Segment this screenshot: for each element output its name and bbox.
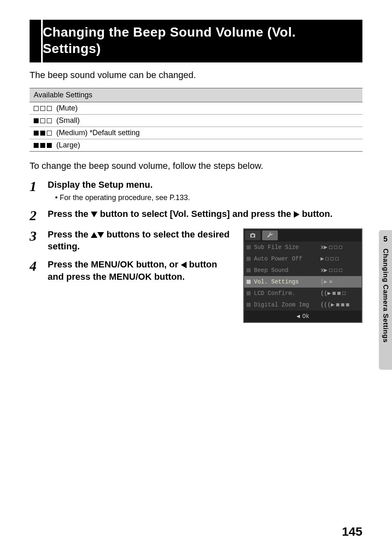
camera-tab-icon <box>245 230 261 240</box>
step-2-title: Press the button to select [Vol. Setting… <box>48 208 362 220</box>
menu-tab-bar <box>244 229 362 242</box>
speaker-icon: ◀ <box>321 255 324 262</box>
step-number: 3 <box>30 228 48 253</box>
step-3-title: Press the buttons to select the desired … <box>48 228 235 253</box>
settings-row-label: (Large) <box>54 141 80 149</box>
menu-item-value: ◀))) <box>321 301 362 308</box>
step-number: 2 <box>30 208 48 223</box>
menu-item-marker <box>247 280 251 284</box>
settings-row: (Large) <box>30 139 362 152</box>
menu-item: Vol. Settings◀) <box>244 276 362 288</box>
step-4-pre: Press the MENU/OK button, or <box>48 259 181 269</box>
menu-footer: ◀ Ok <box>244 311 362 322</box>
chapter-title: Changing Camera Settings <box>381 249 390 343</box>
menu-item-marker <box>247 257 251 261</box>
menu-item-marker <box>247 245 251 249</box>
menu-item: Sub File Size◀x <box>244 242 362 253</box>
settings-row-label: (Medium) *Default setting <box>54 129 140 137</box>
menu-item-label: Auto Power Off <box>253 256 321 262</box>
menu-item-label: Vol. Settings <box>253 279 321 285</box>
chapter-number: 5 <box>383 235 387 244</box>
menu-item-value: ◀) <box>321 278 362 285</box>
up-triangle-icon <box>91 232 97 238</box>
step-3: 3 Press the buttons to select the desire… <box>30 228 235 253</box>
steps-intro: To change the beep sound volume, follow … <box>30 161 362 171</box>
step-3-pre: Press the <box>48 229 91 240</box>
menu-item-value: ◀ <box>321 255 362 262</box>
right-triangle-icon <box>294 211 300 218</box>
settings-row: (Mute) <box>30 102 362 115</box>
speaker-icon: ◀) <box>321 278 327 285</box>
menu-item-marker <box>247 268 251 272</box>
step-1-title: Display the Setup menu. <box>48 179 362 191</box>
settings-row: (Small) <box>30 115 362 127</box>
step-1-sub: For the operating procedure, see P.133. <box>48 193 362 202</box>
menu-ok-label: Ok <box>302 313 309 320</box>
available-settings-table: Available Settings (Mute) (Small) (Mediu… <box>30 88 362 152</box>
intro-text: The beep sound volume can be changed. <box>30 70 362 81</box>
chapter-side-tab: 5 Changing Camera Settings <box>379 230 392 370</box>
menu-item: Auto Power Off◀ <box>244 253 362 265</box>
title-accent <box>30 20 41 62</box>
page-number: 145 <box>342 525 362 539</box>
step-2-mid: button to select [Vol. Settings] and pre… <box>100 209 293 219</box>
settings-row: (Medium) *Default setting <box>30 127 362 139</box>
speaker-icon: ◀x <box>321 267 327 274</box>
volume-level-icon <box>34 131 52 136</box>
step-4: 4 Press the MENU/OK button, or button an… <box>30 258 235 283</box>
wrench-tab-icon <box>262 230 278 240</box>
menu-item-marker <box>247 291 251 295</box>
menu-item: Digital Zoom Img◀))) <box>244 299 362 311</box>
menu-item-label: LCD Confirm. <box>253 290 321 297</box>
menu-item-label: Beep Sound <box>253 267 321 274</box>
down-triangle-icon <box>97 232 104 238</box>
settings-row-label: (Small) <box>54 116 80 124</box>
step-number: 1 <box>30 179 48 202</box>
step-number: 4 <box>30 258 48 283</box>
menu-item-value: ◀)) <box>321 290 362 297</box>
step-2-pre: Press the <box>48 209 91 219</box>
section-title-block: Changing the Beep Sound Volume (Vol. Set… <box>30 20 362 62</box>
left-triangle-icon <box>181 262 187 268</box>
menu-screenshot: Sub File Size◀xAuto Power Off◀Beep Sound… <box>243 228 362 323</box>
step-1: 1 Display the Setup menu. For the operat… <box>30 179 362 202</box>
section-title: Changing the Beep Sound Volume (Vol. Set… <box>43 20 362 62</box>
step-2-post: button. <box>302 209 333 219</box>
menu-item-value: ◀x <box>321 244 362 251</box>
volume-level-icon <box>34 106 52 111</box>
menu-item-label: Sub File Size <box>253 244 321 251</box>
menu-item-value: ◀x <box>321 267 362 274</box>
left-triangle-icon: ◀ <box>296 313 300 320</box>
speaker-icon: ◀)) <box>321 290 331 297</box>
settings-header: Available Settings <box>30 88 362 102</box>
menu-item: LCD Confirm.◀)) <box>244 288 362 299</box>
step-4-title: Press the MENU/OK button, or button and … <box>48 258 235 283</box>
settings-row-label: (Mute) <box>54 104 78 112</box>
step-2: 2 Press the button to select [Vol. Setti… <box>30 208 362 223</box>
speaker-icon: ◀x <box>321 244 327 251</box>
down-triangle-icon <box>91 212 97 217</box>
volume-level-icon <box>34 143 52 148</box>
speaker-icon: ◀))) <box>321 301 334 308</box>
menu-item-label: Digital Zoom Img <box>253 302 321 308</box>
menu-item-marker <box>247 303 251 307</box>
menu-item: Beep Sound◀x <box>244 265 362 276</box>
volume-level-icon <box>34 118 52 123</box>
menu-item-list: Sub File Size◀xAuto Power Off◀Beep Sound… <box>244 242 362 311</box>
steps-list: 1 Display the Setup menu. For the operat… <box>30 179 362 323</box>
